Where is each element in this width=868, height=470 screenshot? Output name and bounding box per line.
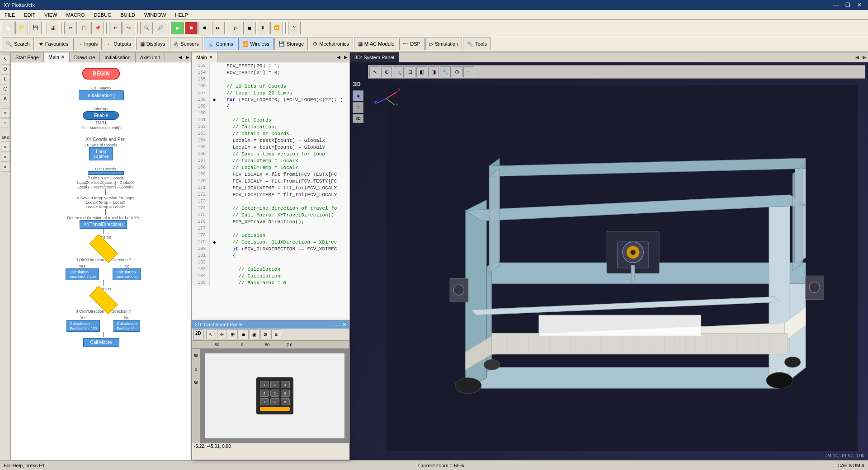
sidebar-tool-extra2[interactable]: ≡ [1,143,10,152]
menu-debug[interactable]: DEBUG [89,11,116,19]
main-tab-close[interactable]: ✕ [209,55,212,60]
3d-nav-right[interactable]: ▶ [861,55,868,60]
canvas-content[interactable]: 1 2 3 4 5 6 7 [200,349,349,443]
favourites-button[interactable]: ★ Favourites [35,38,72,50]
simulation-button[interactable]: ▷ Simulation [425,38,462,50]
sim-step-button[interactable]: ⏩ [270,22,283,34]
search-button[interactable]: 🔍 Search [2,38,34,50]
tools-button[interactable]: 🔧 Tools [463,38,491,50]
minimize-button[interactable]: — [830,2,841,8]
run-button[interactable]: ▶ [171,22,184,34]
new-button[interactable]: 📄 [2,22,14,34]
key-7[interactable]: 7 [260,398,269,405]
db-btn-rect[interactable]: ■ [239,329,249,339]
restore-button[interactable]: ❐ [843,2,853,8]
tab-main[interactable]: Main ✕ [44,52,70,62]
open-button[interactable]: 📁 [15,22,28,34]
dsp-button[interactable]: 〰 DSP [399,38,425,50]
displays-button[interactable]: ▦ Displays [136,38,170,50]
enable-block[interactable]: Enable [83,111,119,120]
record-button[interactable]: ⏺ [198,22,211,34]
init-block[interactable]: Initialisation() [79,90,124,100]
cut-button[interactable]: ✂ [64,22,77,34]
key-4[interactable]: 4 [260,390,269,397]
loop-block[interactable]: Loop 22 times [89,147,113,160]
zoom-out-button[interactable]: 🔎 [154,22,166,34]
zoom-in-button[interactable]: 🔍 [140,22,153,34]
sidebar-tool-extra3[interactable]: ≡ [1,153,10,162]
sidebar-tool-extra4[interactable]: ≡ [1,163,10,172]
calc-backx100[interactable]: CalculationBacklashX = 100 [66,268,99,280]
td-btn-settings[interactable]: ⚙ [452,66,462,77]
sidebar-tool-a[interactable]: A [1,94,10,103]
wireless-button[interactable]: 📶 Wireless [238,38,274,50]
menu-window[interactable]: WINDOW [140,11,170,19]
tab-axislimit[interactable]: AxisLimit [136,52,165,62]
sidebar-tool-extra1[interactable]: SRS [1,133,10,142]
db-btn-select[interactable]: ↖ [206,329,216,339]
paste-button[interactable]: 📌 [91,22,104,34]
sim-stop-button[interactable]: ◼ [243,22,256,34]
storage-button[interactable]: 💾 Storage [274,38,308,50]
outputs-button[interactable]: ← Outputs [103,38,135,50]
tab-main-code[interactable]: Main ✕ [192,52,217,62]
td-btn-more[interactable]: ≡ [463,66,474,77]
help-button[interactable]: ? [288,22,301,34]
sim-pause-button[interactable]: ⏸ [257,22,269,34]
save-button[interactable]: 💾 [29,22,42,34]
menu-build[interactable]: BUILD [116,11,140,19]
key-8[interactable]: 8 [270,398,279,405]
td-btn-wire[interactable]: ◈ [353,90,363,101]
tab-initialisation[interactable]: Initialisation [100,52,135,62]
comms-button[interactable]: 📡 Comms [204,38,237,50]
close-button[interactable]: ✕ [854,2,864,8]
sidebar-tool-hex[interactable]: ⬡ [1,84,10,93]
dashboard-titlebar[interactable]: 2D: Dashboard Panel — ✕ [192,320,349,329]
db-btn-cross[interactable]: ✛ [217,329,227,339]
redo-button[interactable]: ↪ [123,22,135,34]
stop-button[interactable]: ⏹ [185,22,198,34]
td-btn-fit[interactable]: ⊡ [405,66,415,77]
print-button[interactable]: 🖨 [47,22,59,34]
calc-backy[interactable]: CalculationBacklashY = [113,320,140,332]
key-2[interactable]: 2 [270,381,279,388]
direction-block[interactable]: XYTravelDirection() [80,220,127,229]
mechatronics-button[interactable]: ⚙ Mechatronics [309,38,353,50]
tab-nav-left[interactable]: ◀ [177,55,184,60]
key-6[interactable]: 6 [281,390,290,397]
sidebar-tool-arrow[interactable]: ↖ [1,54,10,63]
miac-button[interactable]: ▦ MIAC Module [354,38,399,50]
key-9[interactable]: 9 [281,398,290,405]
sidebar-tool-d[interactable]: D [1,64,10,73]
menu-edit[interactable]: EDIT [19,11,40,19]
copy-button[interactable]: 📋 [78,22,90,34]
tab-3d-system[interactable]: 3D: System Panel [350,52,399,62]
dashboard-minimize[interactable]: — [335,322,340,328]
sim-run-button[interactable]: ▷ [230,22,242,34]
td-btn-view[interactable]: □ [353,102,363,113]
step-button[interactable]: ⏭ [212,22,225,34]
key-3[interactable]: 3 [281,381,290,388]
code-tab-nav-right[interactable]: ▶ [342,55,349,60]
td-btn-zoom[interactable]: 🔍 [393,66,404,77]
dashboard-close[interactable]: ✕ [342,322,346,328]
sidebar-tool-l[interactable]: L [1,74,10,83]
sidebar-tool-clipboard[interactable]: ≡ [1,108,10,118]
td-btn-orbit[interactable]: ⊕ [381,66,392,77]
tab-drawline[interactable]: DrawLine [70,52,100,62]
td-btn-wrench[interactable]: 🔧 [440,66,451,77]
menu-view[interactable]: VIEW [40,11,61,19]
db-btn-menu[interactable]: ≡ [271,329,281,339]
menu-help[interactable]: HELP [170,11,193,19]
inputs-button[interactable]: → Inputs [73,38,102,50]
td-btn-cursor[interactable]: ↖ [369,66,380,77]
db-btn-move[interactable]: ⊞ [228,329,238,339]
tab-start-page[interactable]: Start Page [11,52,44,62]
td-btn-back[interactable]: ◨ [428,66,439,77]
calc-backx[interactable]: CalculationBacklashX = ( [113,268,142,280]
key-1[interactable]: 1 [260,381,269,388]
undo-button[interactable]: ↩ [109,22,122,34]
menu-macro[interactable]: MACRO [61,11,89,19]
3d-nav-left[interactable]: ◀ [854,55,861,60]
db-btn-circle[interactable]: ◉ [250,329,259,339]
